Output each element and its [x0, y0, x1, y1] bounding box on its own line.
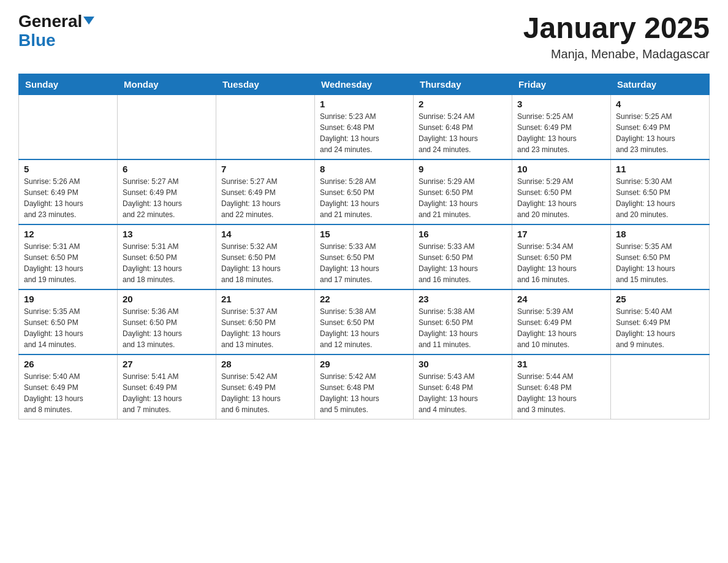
day-number: 21	[221, 294, 309, 304]
day-number: 29	[320, 359, 408, 369]
day-info: Sunrise: 5:29 AM Sunset: 6:50 PM Dayligh…	[419, 176, 507, 220]
day-number: 4	[616, 99, 704, 109]
calendar-cell-w3-d6: 17Sunrise: 5:34 AM Sunset: 6:50 PM Dayli…	[512, 224, 611, 289]
day-number: 5	[24, 164, 112, 174]
day-info: Sunrise: 5:38 AM Sunset: 6:50 PM Dayligh…	[320, 306, 408, 350]
day-info: Sunrise: 5:38 AM Sunset: 6:50 PM Dayligh…	[419, 306, 507, 350]
calendar-table: Sunday Monday Tuesday Wednesday Thursday…	[18, 74, 710, 419]
calendar-week-5: 26Sunrise: 5:40 AM Sunset: 6:49 PM Dayli…	[19, 354, 710, 419]
day-number: 10	[517, 164, 605, 174]
day-info: Sunrise: 5:36 AM Sunset: 6:50 PM Dayligh…	[123, 306, 211, 350]
calendar-cell-w1-d3	[216, 94, 315, 159]
day-info: Sunrise: 5:28 AM Sunset: 6:50 PM Dayligh…	[320, 176, 408, 220]
day-number: 25	[616, 294, 704, 304]
day-info: Sunrise: 5:34 AM Sunset: 6:50 PM Dayligh…	[517, 241, 605, 285]
calendar-cell-w1-d6: 3Sunrise: 5:25 AM Sunset: 6:49 PM Daylig…	[512, 94, 611, 159]
day-info: Sunrise: 5:43 AM Sunset: 6:48 PM Dayligh…	[419, 371, 507, 415]
calendar-cell-w4-d2: 20Sunrise: 5:36 AM Sunset: 6:50 PM Dayli…	[118, 289, 216, 354]
header-wednesday: Wednesday	[315, 74, 414, 94]
day-info: Sunrise: 5:27 AM Sunset: 6:49 PM Dayligh…	[123, 176, 211, 220]
header-thursday: Thursday	[414, 74, 512, 94]
calendar-cell-w1-d2	[118, 94, 216, 159]
day-number: 6	[123, 164, 211, 174]
day-info: Sunrise: 5:32 AM Sunset: 6:50 PM Dayligh…	[221, 241, 309, 285]
day-number: 27	[123, 359, 211, 369]
logo: General Blue	[18, 12, 94, 50]
calendar-cell-w5-d6: 31Sunrise: 5:44 AM Sunset: 6:48 PM Dayli…	[512, 354, 611, 419]
day-info: Sunrise: 5:31 AM Sunset: 6:50 PM Dayligh…	[24, 241, 112, 285]
day-number: 2	[419, 99, 507, 109]
calendar-cell-w5-d4: 29Sunrise: 5:42 AM Sunset: 6:48 PM Dayli…	[315, 354, 414, 419]
day-info: Sunrise: 5:35 AM Sunset: 6:50 PM Dayligh…	[616, 241, 704, 285]
day-number: 15	[320, 229, 408, 239]
day-info: Sunrise: 5:35 AM Sunset: 6:50 PM Dayligh…	[24, 306, 112, 350]
day-info: Sunrise: 5:40 AM Sunset: 6:49 PM Dayligh…	[616, 306, 704, 350]
calendar-cell-w4-d3: 21Sunrise: 5:37 AM Sunset: 6:50 PM Dayli…	[216, 289, 315, 354]
day-number: 1	[320, 99, 408, 109]
day-number: 26	[24, 359, 112, 369]
day-info: Sunrise: 5:29 AM Sunset: 6:50 PM Dayligh…	[517, 176, 605, 220]
calendar-cell-w2-d6: 10Sunrise: 5:29 AM Sunset: 6:50 PM Dayli…	[512, 159, 611, 224]
calendar-cell-w4-d5: 23Sunrise: 5:38 AM Sunset: 6:50 PM Dayli…	[414, 289, 512, 354]
month-title: January 2025	[523, 12, 710, 45]
calendar-cell-w5-d1: 26Sunrise: 5:40 AM Sunset: 6:49 PM Dayli…	[19, 354, 118, 419]
day-info: Sunrise: 5:41 AM Sunset: 6:49 PM Dayligh…	[123, 371, 211, 415]
day-info: Sunrise: 5:30 AM Sunset: 6:50 PM Dayligh…	[616, 176, 704, 220]
calendar-cell-w3-d7: 18Sunrise: 5:35 AM Sunset: 6:50 PM Dayli…	[611, 224, 710, 289]
calendar-cell-w4-d7: 25Sunrise: 5:40 AM Sunset: 6:49 PM Dayli…	[611, 289, 710, 354]
calendar-week-1: 1Sunrise: 5:23 AM Sunset: 6:48 PM Daylig…	[19, 94, 710, 159]
calendar-week-3: 12Sunrise: 5:31 AM Sunset: 6:50 PM Dayli…	[19, 224, 710, 289]
day-info: Sunrise: 5:33 AM Sunset: 6:50 PM Dayligh…	[419, 241, 507, 285]
calendar-cell-w2-d3: 7Sunrise: 5:27 AM Sunset: 6:49 PM Daylig…	[216, 159, 315, 224]
calendar-cell-w5-d7	[611, 354, 710, 419]
day-info: Sunrise: 5:40 AM Sunset: 6:49 PM Dayligh…	[24, 371, 112, 415]
calendar-cell-w5-d3: 28Sunrise: 5:42 AM Sunset: 6:49 PM Dayli…	[216, 354, 315, 419]
calendar-cell-w3-d3: 14Sunrise: 5:32 AM Sunset: 6:50 PM Dayli…	[216, 224, 315, 289]
calendar-cell-w3-d4: 15Sunrise: 5:33 AM Sunset: 6:50 PM Dayli…	[315, 224, 414, 289]
header-saturday: Saturday	[611, 74, 710, 94]
day-info: Sunrise: 5:26 AM Sunset: 6:49 PM Dayligh…	[24, 176, 112, 220]
day-info: Sunrise: 5:24 AM Sunset: 6:48 PM Dayligh…	[419, 111, 507, 155]
day-number: 8	[320, 164, 408, 174]
header-monday: Monday	[118, 74, 216, 94]
day-number: 18	[616, 229, 704, 239]
day-info: Sunrise: 5:42 AM Sunset: 6:49 PM Dayligh…	[221, 371, 309, 415]
day-number: 14	[221, 229, 309, 239]
calendar-week-2: 5Sunrise: 5:26 AM Sunset: 6:49 PM Daylig…	[19, 159, 710, 224]
day-info: Sunrise: 5:25 AM Sunset: 6:49 PM Dayligh…	[616, 111, 704, 155]
day-number: 17	[517, 229, 605, 239]
calendar-cell-w3-d5: 16Sunrise: 5:33 AM Sunset: 6:50 PM Dayli…	[414, 224, 512, 289]
day-number: 12	[24, 229, 112, 239]
logo-general-text: General	[18, 12, 82, 31]
header-tuesday: Tuesday	[216, 74, 315, 94]
day-info: Sunrise: 5:37 AM Sunset: 6:50 PM Dayligh…	[221, 306, 309, 350]
day-info: Sunrise: 5:42 AM Sunset: 6:48 PM Dayligh…	[320, 371, 408, 415]
calendar-cell-w4-d6: 24Sunrise: 5:39 AM Sunset: 6:49 PM Dayli…	[512, 289, 611, 354]
day-number: 24	[517, 294, 605, 304]
day-number: 7	[221, 164, 309, 174]
day-info: Sunrise: 5:33 AM Sunset: 6:50 PM Dayligh…	[320, 241, 408, 285]
calendar-cell-w3-d2: 13Sunrise: 5:31 AM Sunset: 6:50 PM Dayli…	[118, 224, 216, 289]
day-number: 11	[616, 164, 704, 174]
calendar-cell-w5-d5: 30Sunrise: 5:43 AM Sunset: 6:48 PM Dayli…	[414, 354, 512, 419]
header-sunday: Sunday	[19, 74, 118, 94]
page-header: General Blue January 2025 Manja, Menabe,…	[18, 12, 710, 61]
calendar-cell-w2-d7: 11Sunrise: 5:30 AM Sunset: 6:50 PM Dayli…	[611, 159, 710, 224]
day-info: Sunrise: 5:44 AM Sunset: 6:48 PM Dayligh…	[517, 371, 605, 415]
title-area: January 2025 Manja, Menabe, Madagascar	[523, 12, 710, 61]
weekday-header-row: Sunday Monday Tuesday Wednesday Thursday…	[19, 74, 710, 94]
calendar-cell-w2-d4: 8Sunrise: 5:28 AM Sunset: 6:50 PM Daylig…	[315, 159, 414, 224]
day-number: 16	[419, 229, 507, 239]
day-number: 19	[24, 294, 112, 304]
calendar-cell-w1-d5: 2Sunrise: 5:24 AM Sunset: 6:48 PM Daylig…	[414, 94, 512, 159]
logo-blue-text: Blue	[18, 31, 56, 50]
calendar-cell-w5-d2: 27Sunrise: 5:41 AM Sunset: 6:49 PM Dayli…	[118, 354, 216, 419]
calendar-cell-w2-d5: 9Sunrise: 5:29 AM Sunset: 6:50 PM Daylig…	[414, 159, 512, 224]
calendar-cell-w2-d2: 6Sunrise: 5:27 AM Sunset: 6:49 PM Daylig…	[118, 159, 216, 224]
day-info: Sunrise: 5:23 AM Sunset: 6:48 PM Dayligh…	[320, 111, 408, 155]
calendar-cell-w4-d4: 22Sunrise: 5:38 AM Sunset: 6:50 PM Dayli…	[315, 289, 414, 354]
day-number: 3	[517, 99, 605, 109]
day-number: 22	[320, 294, 408, 304]
calendar-cell-w1-d4: 1Sunrise: 5:23 AM Sunset: 6:48 PM Daylig…	[315, 94, 414, 159]
day-number: 23	[419, 294, 507, 304]
